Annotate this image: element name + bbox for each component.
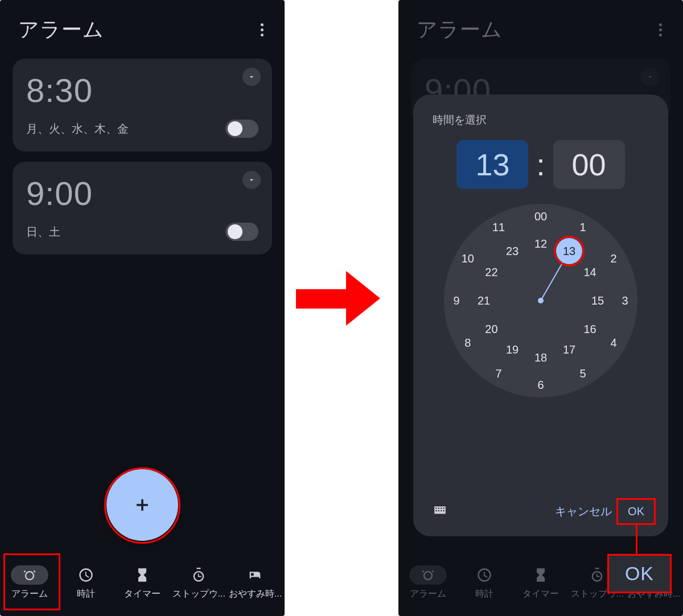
nav-clock[interactable]: 時計 [456, 555, 512, 610]
clock-hour[interactable]: 14 [581, 262, 600, 282]
nav-alarm[interactable]: アラーム [400, 555, 456, 610]
alarm-toggle[interactable] [225, 120, 258, 138]
clock-icon [67, 565, 105, 585]
nav-label: アラーム [410, 588, 446, 600]
annotation-box-ok [616, 498, 656, 525]
bed-icon [236, 565, 274, 585]
clock-hour[interactable]: 11 [489, 218, 508, 237]
clock-hour[interactable]: 15 [588, 291, 607, 310]
alarm-card[interactable]: 9:00 日、土 [13, 162, 272, 254]
chevron-down-icon [641, 68, 659, 86]
chevron-down-icon[interactable] [242, 171, 261, 189]
annotation-big-ok: OK [607, 554, 672, 593]
nav-label: タイマー [124, 588, 161, 600]
clock-hour[interactable]: 2 [604, 249, 623, 268]
alarm-time: 9:00 [26, 174, 258, 212]
keyboard-icon[interactable] [433, 503, 447, 521]
hour-box[interactable]: 13 [456, 140, 528, 189]
cancel-button[interactable]: キャンセル [547, 499, 620, 524]
minute-box[interactable]: 00 [553, 140, 625, 189]
more-icon[interactable] [255, 23, 269, 37]
clock-hour[interactable]: 5 [573, 364, 593, 383]
chevron-down-icon[interactable] [242, 68, 261, 86]
alarm-icon [409, 565, 447, 585]
more-icon[interactable] [653, 23, 667, 37]
alarm-days: 日、土 [26, 224, 60, 240]
time-picker-dialog: 時間を選択 13 : 00 13 00123456789101112141516… [413, 95, 668, 536]
app-header: アラーム [0, 0, 285, 59]
alarm-days: 月、火、水、木、金 [26, 121, 129, 137]
nav-label: 時計 [475, 588, 493, 600]
nav-timer[interactable]: タイマー [512, 555, 569, 610]
clock-hour[interactable]: 20 [482, 319, 501, 339]
alarm-time: 8:30 [26, 71, 258, 109]
hourglass-icon [522, 565, 559, 585]
annotation-circle-13 [554, 236, 585, 266]
nav-stopwatch[interactable]: ストップウ... [171, 555, 227, 610]
time-input-row: 13 : 00 [429, 140, 652, 189]
clock-hour[interactable]: 4 [604, 333, 623, 352]
clock-hour[interactable]: 18 [531, 348, 550, 367]
app-header: アラーム [398, 0, 683, 59]
clock-hour[interactable]: 1 [573, 218, 593, 237]
arrow-icon [296, 273, 387, 325]
clock-hour[interactable]: 23 [503, 241, 522, 261]
clock-hour[interactable]: 21 [474, 291, 493, 310]
annotation-box-nav [3, 553, 60, 610]
annotation-circle-fab [104, 467, 180, 544]
dialog-title: 時間を選択 [433, 113, 652, 128]
nav-label: おやすみ時... [229, 588, 282, 600]
clock-hour[interactable]: 16 [581, 319, 600, 339]
nav-timer[interactable]: タイマー [114, 555, 170, 610]
page-title: アラーム [18, 16, 104, 44]
clock-hour[interactable]: 19 [503, 340, 522, 360]
clock-icon [466, 565, 503, 585]
clock-hour[interactable]: 17 [559, 340, 579, 360]
clock-hour[interactable]: 10 [458, 249, 478, 268]
nav-label: 時計 [77, 588, 95, 600]
nav-label: ストップウ... [172, 588, 225, 600]
nav-clock[interactable]: 時計 [57, 555, 114, 610]
time-colon: : [536, 147, 545, 182]
page-title: アラーム [417, 16, 503, 44]
hourglass-icon [124, 565, 161, 585]
clock-hour[interactable]: 9 [447, 291, 466, 310]
annotation-line [636, 525, 637, 554]
clock-hour[interactable]: 00 [531, 207, 550, 226]
alarm-card[interactable]: 8:30 月、火、水、木、金 [13, 59, 272, 151]
clock-hour[interactable]: 7 [489, 364, 508, 383]
clock-hour[interactable]: 3 [615, 291, 635, 310]
clock-hour[interactable]: 22 [482, 262, 501, 282]
clock-hour[interactable]: 6 [531, 375, 550, 395]
clock-hour[interactable]: 8 [458, 333, 478, 352]
phone-left: アラーム 8:30 月、火、水、木、金 9:00 日、土 アラーム [0, 0, 285, 616]
clock-hour[interactable]: 12 [531, 234, 550, 253]
clock-face[interactable]: 13 0012345678910111214151617181920212223 [444, 204, 637, 397]
nav-bedtime[interactable]: おやすみ時... [227, 555, 283, 610]
alarm-toggle[interactable] [225, 223, 258, 241]
phone-right: アラーム 9:00 時間を選択 13 : 00 13 0012345678910… [398, 0, 683, 616]
nav-label: タイマー [522, 588, 559, 600]
stopwatch-icon [180, 565, 217, 585]
